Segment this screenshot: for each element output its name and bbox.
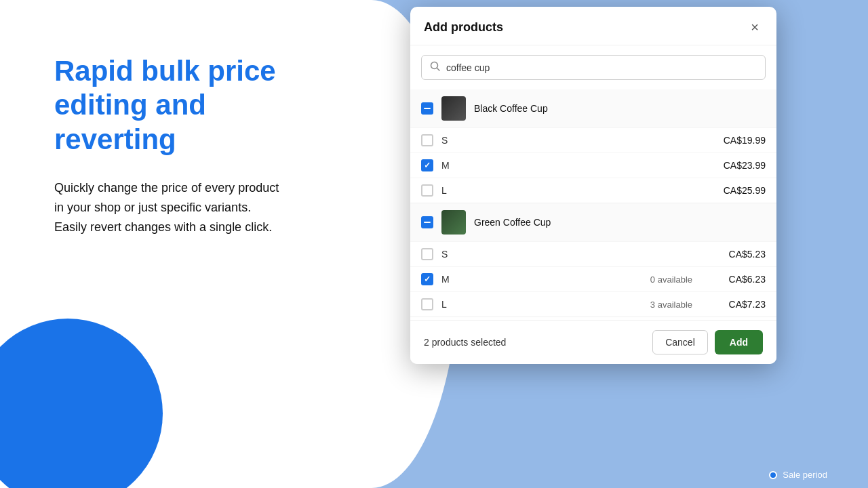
modal-overlay: Add products × <box>319 0 868 488</box>
search-icon <box>430 61 441 74</box>
variant-checkbox-black-m[interactable] <box>421 159 433 171</box>
hero-description: Quickly change the price of every produc… <box>54 178 285 237</box>
variant-size-green-m: M <box>441 274 462 285</box>
modal-header: Add products × <box>410 7 776 45</box>
search-input-wrap <box>421 55 766 80</box>
variant-size-green-l: L <box>441 299 462 310</box>
variant-size-black-m: M <box>441 160 462 171</box>
product-list: Black Coffee Cup S CA$19.99 M CA$ <box>410 87 776 320</box>
variant-checkbox-green-m[interactable] <box>421 273 433 285</box>
variant-checkbox-black-l[interactable] <box>421 184 433 197</box>
left-panel: Rapid bulk price editing and reverting Q… <box>0 0 319 488</box>
cancel-button[interactable]: Cancel <box>652 330 708 354</box>
variant-checkbox-green-l[interactable] <box>421 298 433 310</box>
product-checkbox-black-coffee-cup[interactable] <box>421 102 433 115</box>
variant-availability-green-m: 0 available <box>470 274 703 285</box>
footer-buttons: Cancel Add <box>652 330 763 354</box>
hero-title: Rapid bulk price editing and reverting <box>54 54 285 157</box>
variant-row-green-s: S CA$5.23 <box>410 241 776 266</box>
variant-price-black-s: CA$19.99 <box>711 135 766 146</box>
variant-size-black-l: L <box>441 185 462 196</box>
search-input[interactable] <box>446 62 757 73</box>
variant-row-black-l: L CA$25.99 <box>410 178 776 203</box>
variant-price-green-l: CA$7.23 <box>711 299 766 310</box>
modal-footer: 2 products selected Cancel Add <box>410 320 776 364</box>
variant-price-green-m: CA$6.23 <box>711 274 766 285</box>
variant-price-green-s: CA$5.23 <box>711 249 766 260</box>
variant-size-black-s: S <box>441 135 462 146</box>
variant-price-black-l: CA$25.99 <box>711 185 766 196</box>
product-checkbox-green-coffee-cup[interactable] <box>421 216 433 228</box>
product-header-green-coffee-cup: Green Coffee Cup <box>410 203 776 241</box>
product-group-green-coffee-cup: Green Coffee Cup S CA$5.23 M 0 available <box>410 203 776 317</box>
selected-count: 2 products selected <box>424 337 506 348</box>
hero-title-line1: Rapid bulk price <box>54 55 276 87</box>
variant-row-green-m: M 0 available CA$6.23 <box>410 266 776 291</box>
variant-price-black-m: CA$23.99 <box>711 160 766 171</box>
product-header-black-coffee-cup: Black Coffee Cup <box>410 89 776 127</box>
variant-row-black-s: S CA$19.99 <box>410 127 776 152</box>
close-button[interactable]: × <box>747 19 763 35</box>
svg-line-1 <box>437 68 440 71</box>
modal-title: Add products <box>424 20 503 35</box>
left-content: Rapid bulk price editing and reverting Q… <box>54 54 285 237</box>
search-area <box>410 45 776 87</box>
product-group-black-coffee-cup: Black Coffee Cup S CA$19.99 M CA$ <box>410 89 776 203</box>
variant-availability-green-l: 3 available <box>470 300 703 310</box>
variant-row-green-l: L 3 available CA$7.23 <box>410 291 776 317</box>
product-thumbnail-green-coffee-cup <box>441 210 466 235</box>
variant-size-green-s: S <box>441 249 462 260</box>
add-products-modal: Add products × <box>410 7 776 364</box>
variant-row-black-m: M CA$23.99 <box>410 152 776 178</box>
variant-checkbox-black-s[interactable] <box>421 134 433 146</box>
product-name-black-coffee-cup: Black Coffee Cup <box>474 103 548 114</box>
right-panel: Search Bulk D... lp Add products × <box>319 0 868 488</box>
decorative-blob <box>0 319 163 488</box>
variant-checkbox-green-s[interactable] <box>421 248 433 260</box>
product-thumbnail-black-coffee-cup <box>441 96 466 121</box>
hero-title-line3: reverting <box>54 123 176 155</box>
product-name-green-coffee-cup: Green Coffee Cup <box>474 217 551 228</box>
add-button[interactable]: Add <box>715 330 763 354</box>
hero-title-line2: editing and <box>54 89 206 121</box>
